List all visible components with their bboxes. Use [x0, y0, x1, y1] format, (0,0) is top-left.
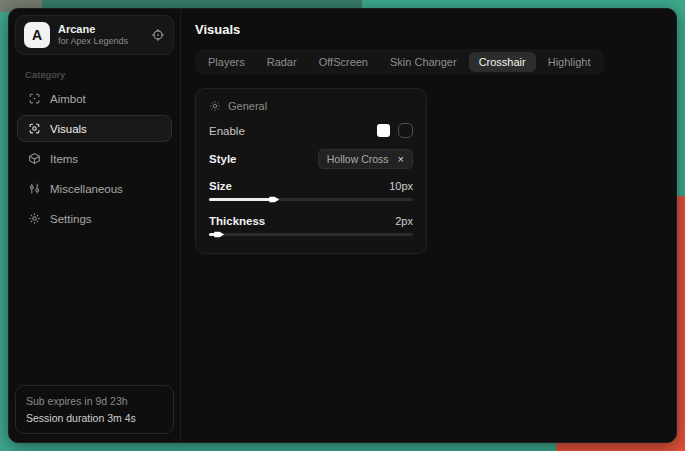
category-label: Category	[25, 69, 164, 80]
page-title: Visuals	[195, 22, 662, 37]
sidebar-item-visuals[interactable]: Visuals	[17, 115, 172, 142]
enable-row: Enable	[209, 123, 413, 138]
size-label: Size	[209, 180, 232, 192]
sidebar-item-label: Aimbot	[50, 93, 86, 105]
style-row: Style Hollow Cross ×	[209, 149, 413, 169]
items-box-icon	[28, 152, 41, 165]
settings-gear-icon	[28, 212, 41, 225]
subscription-info-box: Sub expires in 9d 23h Session duration 3…	[15, 385, 174, 434]
tab-offscreen[interactable]: OffScreen	[309, 52, 378, 72]
sidebar-item-label: Items	[50, 153, 78, 165]
misc-sliders-icon	[28, 182, 41, 195]
tab-crosshair[interactable]: Crosshair	[469, 52, 536, 72]
sidebar-item-label: Settings	[50, 213, 92, 225]
tab-radar[interactable]: Radar	[257, 52, 307, 72]
size-slider-thumb[interactable]	[269, 195, 279, 205]
main-panel: Visuals Players Radar OffScreen Skin Cha…	[181, 9, 676, 442]
app-title: Arcane	[58, 23, 143, 37]
sidebar-item-aimbot[interactable]: Aimbot	[17, 85, 172, 112]
sidebar-item-label: Miscellaneous	[50, 183, 123, 195]
thickness-label: Thickness	[209, 215, 265, 227]
size-value: 10px	[389, 180, 413, 192]
session-duration-text: Session duration 3m 4s	[26, 410, 163, 426]
enable-controls	[377, 123, 413, 138]
app-brand-text: Arcane for Apex Legends	[58, 23, 143, 48]
app-brand-card: A Arcane for Apex Legends	[15, 15, 174, 55]
app-window: A Arcane for Apex Legends Category	[8, 8, 677, 443]
clear-style-icon[interactable]: ×	[398, 153, 404, 165]
thickness-value: 2px	[395, 215, 413, 227]
enable-label: Enable	[209, 125, 245, 137]
thickness-row: Thickness 2px	[209, 215, 413, 227]
enable-color-swatch[interactable]	[377, 124, 390, 137]
size-row: Size 10px	[209, 180, 413, 192]
enable-checkbox[interactable]	[398, 123, 413, 138]
tab-bar: Players Radar OffScreen Skin Changer Cro…	[195, 49, 604, 75]
sidebar-item-settings[interactable]: Settings	[17, 205, 172, 232]
tab-skin-changer[interactable]: Skin Changer	[380, 52, 467, 72]
style-select[interactable]: Hollow Cross ×	[318, 149, 413, 169]
app-subtitle: for Apex Legends	[58, 36, 143, 47]
card-title: General	[228, 100, 267, 112]
sidebar-item-label: Visuals	[50, 123, 87, 135]
style-value: Hollow Cross	[327, 153, 389, 165]
sub-expires-text: Sub expires in 9d 23h	[26, 393, 163, 409]
target-icon[interactable]	[151, 28, 165, 42]
thickness-slider[interactable]	[209, 233, 413, 236]
tab-highlight[interactable]: Highlight	[538, 52, 601, 72]
style-label: Style	[209, 153, 237, 165]
general-gear-icon	[209, 100, 221, 112]
app-logo: A	[24, 22, 50, 48]
general-settings-card: General Enable Style Hollow Cross ×	[195, 88, 427, 254]
thickness-slider-thumb[interactable]	[214, 230, 224, 240]
sidebar-item-miscellaneous[interactable]: Miscellaneous	[17, 175, 172, 202]
aimbot-scan-icon	[28, 92, 41, 105]
sidebar: A Arcane for Apex Legends Category	[9, 9, 181, 442]
visuals-eye-icon	[28, 122, 41, 135]
card-header: General	[209, 100, 413, 112]
size-slider-fill	[209, 198, 272, 201]
sidebar-item-items[interactable]: Items	[17, 145, 172, 172]
tab-players[interactable]: Players	[198, 52, 255, 72]
size-slider[interactable]	[209, 198, 413, 201]
screen: A Arcane for Apex Legends Category	[0, 0, 685, 451]
